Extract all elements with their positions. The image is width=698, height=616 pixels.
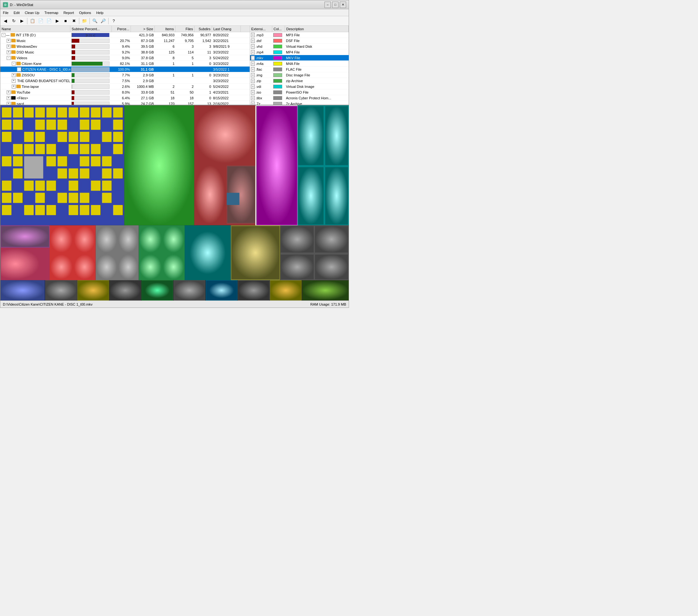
ext-color [272,67,285,72]
tb-folder[interactable]: 📁 [81,17,88,25]
main-window: D D: - WinDirStat – □ ✕ File Edit Clean … [0,0,349,308]
expand-button[interactable]: + [7,96,11,100]
svg-rect-145 [1,280,45,300]
row-perce: 100.0% [112,67,131,72]
row-size: 1000.4 MB [131,84,155,89]
ext-row[interactable]: ▪.m4aM4A File [250,61,349,67]
expand-button[interactable]: + [12,73,16,77]
folder-icon [11,90,16,94]
row-subdirs: 3 [195,44,212,49]
table-row[interactable]: +YouTube8.0%33.8 GB515014/23/2021 [0,89,250,95]
row-name: CITIZEN KANE - DISC 1_t00.mkv [22,68,70,71]
row-size: 39.5 GB [131,44,155,49]
svg-rect-2 [13,107,23,117]
expand-button[interactable]: + [12,79,16,83]
table-row[interactable]: +Music20.7%87.3 GB11,2479,7051,5423/22/2… [0,38,250,44]
ext-row[interactable]: ▪.tibxAcronis Cyber Protect Hom... [250,95,349,101]
col-header-name[interactable]: Name [0,26,70,32]
tb-zoom-out[interactable]: 🔎 [99,17,107,25]
menu-edit[interactable]: Edit [11,10,22,15]
ext-row[interactable]: ▪.dsfDSF File [250,38,349,44]
expand-button[interactable]: + [7,50,11,54]
status-ram: RAM Usage: 171.9 MB [310,303,347,306]
menu-treemap[interactable]: Treemap [42,10,61,15]
menu-file[interactable]: File [0,10,11,15]
table-row[interactable]: +Time-lapse2.6%1000.4 MB2205/24/2022 [0,84,250,89]
col-header-files[interactable]: Files [176,26,195,32]
file-type-icon: ▪ [251,90,255,95]
close-button[interactable]: ✕ [340,2,346,8]
row-items: 11,247 [155,38,176,43]
ext-extension: ▪.vhd [250,44,272,49]
tb-refresh[interactable]: ↻ [10,17,17,25]
table-row[interactable]: +WindowsDev9.4%39.5 GB6339/8/2021 9 [0,44,250,50]
file-type-icon: ▪ [251,79,255,83]
tb-delete[interactable]: ✖ [70,17,78,25]
table-row[interactable]: +<Files>6.4%27.1 GB181808/15/2022 [0,95,250,101]
ext-row[interactable]: ▪.mp4MP4 File [250,50,349,55]
treemap-area[interactable] [0,106,349,300]
table-row[interactable]: +sacd5.9%24.7 GB170157132/16/2022 [0,101,250,105]
tb-scan[interactable]: ▶ [54,17,61,25]
menu-help[interactable]: Help [94,10,106,15]
expand-button[interactable]: - [2,33,5,37]
expand-button[interactable]: + [12,85,16,88]
svg-rect-33 [113,132,123,142]
tb-help[interactable]: ? [110,17,117,25]
table-row[interactable]: +THE GRAND BUDAPEST HOTEL_t0...7.5%2.9 G… [0,78,250,84]
table-row[interactable]: -Videos9.0%37.8 GB8535/24/2022 [0,55,250,61]
expand-button[interactable]: + [7,45,11,48]
col-header-lastchang[interactable]: Last Chang [212,26,241,32]
expand-button[interactable]: + [7,90,11,94]
menu-cleanup[interactable]: Clean Up [22,10,42,15]
ext-row[interactable]: ▪.7z7z Archive [250,101,349,105]
table-row[interactable]: +DSD Music9.2%38.8 GB125114113/23/2022 [0,50,250,55]
col-header-size[interactable]: > Size [131,26,155,32]
menu-options[interactable]: Options [76,10,94,15]
ext-col-header-ext[interactable]: Extensi... [250,26,272,32]
expand-button[interactable]: - [7,56,11,60]
table-row[interactable]: -Citizen Kane82.1%31.1 GB1103/23/2022 [0,61,250,67]
tb-props[interactable]: 📄 [45,17,53,25]
ext-row[interactable]: ▪.vhdVirtual Hard Disk [250,44,349,50]
ext-row[interactable]: ▪.mkvMKV File [250,55,349,61]
tb-forward[interactable]: ▶ [18,17,26,25]
svg-rect-109 [298,106,323,165]
minimize-button[interactable]: – [324,2,331,8]
expand-button[interactable]: + [7,39,11,43]
row-lastchang: 5/24/2022 [212,55,241,60]
maximize-button[interactable]: □ [332,2,338,8]
svg-rect-159 [238,280,269,300]
ext-row[interactable]: ▪.flacFLAC File [250,67,349,72]
col-header-subdirs[interactable]: Subdirs [195,26,212,32]
ext-col-header-desc[interactable]: Description [285,26,349,32]
svg-rect-89 [36,205,45,215]
tb-stop[interactable]: ■ [62,17,69,25]
toolbar: ◀ ↻ ▶ 📋 📄 📄 ▶ ■ ✖ 📁 🔍 🔎 ? [0,16,349,26]
col-header-items[interactable]: Items [155,26,176,32]
ext-row[interactable]: ▪.mp3MP3 File [250,32,349,38]
expand-button[interactable]: + [7,102,11,105]
ext-row[interactable]: ▪.zipzip Archive [250,78,349,84]
svg-rect-12 [2,120,12,130]
ext-row[interactable]: ▪.vdiVirtual Disk Image [250,84,349,89]
expand-button[interactable]: - [12,62,16,66]
menu-report[interactable]: Report [61,10,76,15]
svg-rect-83 [91,193,100,203]
ext-row[interactable]: ▪.imgDisc Image File [250,72,349,78]
table-row[interactable]: -—INT 1TB (D:)[9:31 s]421.3 GB840,933749… [0,32,250,38]
svg-rect-35 [13,144,23,154]
color-swatch [273,90,282,94]
svg-rect-47 [24,156,43,179]
tb-paste[interactable]: 📄 [37,17,45,25]
table-row[interactable]: ▶CITIZEN KANE - DISC 1_t00.mkv100.0%31.1… [0,67,250,72]
tb-copy[interactable]: 📋 [29,17,36,25]
ext-row[interactable]: ▪.isoPowerISO File [250,89,349,95]
col-header-perce[interactable]: Perce... [112,26,131,32]
ext-col-header-col[interactable]: Col... [272,26,285,32]
tb-back[interactable]: ◀ [2,17,9,25]
ext-description: Disc Image File [285,72,349,78]
table-row[interactable]: +ZISSOU7.7%2.9 GB1103/23/2022 [0,72,250,78]
col-header-subtree[interactable]: Subtree Percent... [70,26,112,32]
tb-zoom-in[interactable]: 🔍 [91,17,99,25]
